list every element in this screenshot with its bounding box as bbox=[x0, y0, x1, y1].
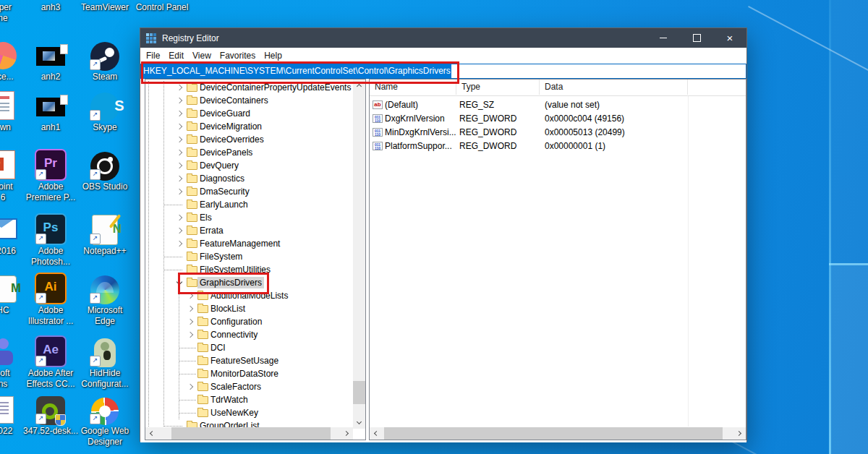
tree-item-devicepanels[interactable]: DevicePanels bbox=[145, 146, 352, 159]
shortcut-arrow-icon: ↗ bbox=[90, 356, 101, 367]
menu-help[interactable]: Help bbox=[260, 48, 286, 64]
scrollbar-thumb[interactable] bbox=[353, 381, 365, 404]
tree-item-filesystem[interactable]: FileSystem bbox=[145, 250, 352, 263]
hidhide-icon: ↗ bbox=[89, 334, 121, 367]
scroll-down-arrow[interactable] bbox=[353, 416, 365, 429]
expand-chevron-icon[interactable] bbox=[187, 384, 193, 390]
menu-view[interactable]: View bbox=[188, 48, 216, 64]
scrollbar-thumb[interactable] bbox=[171, 427, 331, 440]
folder-icon bbox=[187, 188, 197, 196]
tree-item-featuresetusage[interactable]: FeatureSetUsage bbox=[145, 354, 352, 367]
tree-item-errata[interactable]: Errata bbox=[145, 224, 352, 237]
tree-item-featuremanagement[interactable]: FeatureManagement bbox=[145, 237, 352, 250]
tree-item-connectivity[interactable]: Connectivity bbox=[145, 328, 352, 341]
tree-item-additionalmodelists[interactable]: AdditionalModeLists bbox=[145, 289, 352, 302]
expand-chevron-icon[interactable] bbox=[176, 228, 182, 234]
folder-icon bbox=[197, 331, 208, 339]
tree-item-dci[interactable]: DCI bbox=[145, 341, 352, 354]
collapse-chevron-icon[interactable] bbox=[176, 279, 182, 285]
desktop-icon-notepad-plus-plus[interactable]: ↗Notepad++ bbox=[70, 212, 140, 257]
expand-chevron-icon[interactable] bbox=[176, 215, 182, 220]
address-text-selected: HKEY_LOCAL_MACHINE\SYSTEM\CurrentControl… bbox=[141, 64, 451, 78]
registry-value-row-mindxgkrnlversi-[interactable]: MinDxgKrnlVersi...REG_DWORD0x00005013 (2… bbox=[370, 126, 746, 140]
close-button[interactable]: × bbox=[713, 28, 746, 48]
desktop-icon-steam[interactable]: ↗Steam bbox=[70, 38, 140, 82]
tree-item-tdrwatch[interactable]: TdrWatch bbox=[145, 393, 352, 406]
expand-chevron-icon[interactable] bbox=[176, 98, 182, 103]
tree-item-scalefactors[interactable]: ScaleFactors bbox=[145, 380, 352, 393]
expand-chevron-icon[interactable] bbox=[176, 111, 182, 116]
tree-item-usenewkey[interactable]: UseNewKey bbox=[145, 406, 352, 419]
reg-dword-icon bbox=[373, 114, 383, 123]
tree-item-dmasecurity[interactable]: DmaSecurity bbox=[145, 185, 352, 198]
expand-chevron-icon[interactable] bbox=[176, 189, 182, 194]
tree-item-earlylaunch[interactable]: EarlyLaunch bbox=[145, 198, 352, 211]
menu-file[interactable]: File bbox=[142, 48, 164, 64]
column-header-name[interactable]: Name bbox=[370, 80, 456, 95]
steam-icon: ↗ bbox=[89, 38, 121, 71]
tree-item-diagnostics[interactable]: Diagnostics bbox=[145, 172, 352, 185]
tree-item-deviceoverrides[interactable]: DeviceOverrides bbox=[145, 133, 352, 146]
expand-chevron-icon[interactable] bbox=[187, 332, 193, 338]
menu-edit[interactable]: Edit bbox=[164, 48, 188, 64]
address-bar[interactable]: HKEY_LOCAL_MACHINE\SYSTEM\CurrentControl… bbox=[140, 64, 746, 79]
shortcut-arrow-icon: ↗ bbox=[90, 293, 101, 304]
tree-item-label: AdditionalModeLists bbox=[208, 290, 290, 301]
shortcut-arrow-icon: ↗ bbox=[90, 59, 101, 70]
scroll-right-arrow[interactable] bbox=[341, 427, 353, 440]
tree-item-graphicsdrivers[interactable]: GraphicsDrivers bbox=[145, 276, 352, 289]
column-header-data[interactable]: Data bbox=[540, 80, 688, 95]
value-name: (Default) bbox=[385, 98, 418, 112]
scroll-left-arrow[interactable] bbox=[145, 427, 158, 440]
desktop-icon-label: Control Panel bbox=[127, 2, 197, 13]
tree-item-configuration[interactable]: Configuration bbox=[145, 315, 352, 328]
expand-chevron-icon[interactable] bbox=[187, 319, 193, 325]
expand-chevron-icon[interactable] bbox=[176, 85, 182, 90]
expand-chevron-icon[interactable] bbox=[176, 124, 182, 129]
registry-value-row--default-[interactable]: ab(Default)REG_SZ(value not set) bbox=[370, 98, 746, 112]
desktop-icon-control-panel[interactable]: Control Panel bbox=[127, 1, 197, 13]
tree-item-devicecontainers[interactable]: DeviceContainers bbox=[145, 94, 352, 107]
expand-chevron-icon[interactable] bbox=[176, 150, 182, 155]
scrollbar-thumb[interactable] bbox=[384, 427, 723, 440]
scroll-up-arrow[interactable] bbox=[353, 80, 365, 92]
scroll-right-arrow[interactable] bbox=[733, 427, 746, 440]
maximize-button[interactable] bbox=[680, 28, 713, 48]
shortcut-arrow-icon: ↗ bbox=[35, 169, 46, 180]
tree-item-devicecontainerpropertyupdateevents[interactable]: DeviceContainerPropertyUpdateEvents bbox=[145, 81, 352, 94]
tree-item-devicemigration[interactable]: DeviceMigration bbox=[145, 120, 352, 133]
tree-vertical-scrollbar[interactable] bbox=[353, 80, 365, 429]
tree-item-filesystemutilities[interactable]: FileSystemUtilities bbox=[145, 263, 352, 276]
menu-favorites[interactable]: Favorites bbox=[216, 48, 260, 64]
desktop-icon-skype[interactable]: ↗Skype bbox=[70, 88, 140, 133]
tree-item-monitordatastore[interactable]: MonitorDataStore bbox=[145, 367, 352, 380]
expand-chevron-icon[interactable] bbox=[176, 163, 182, 168]
tree-item-deviceguard[interactable]: DeviceGuard bbox=[145, 107, 352, 120]
column-header-type[interactable]: Type bbox=[456, 80, 540, 95]
tree-item-els[interactable]: Els bbox=[145, 211, 352, 224]
desktop-icon-microsoft-edge[interactable]: ↗MicrosoftEdge bbox=[70, 271, 140, 327]
reg-sz-icon: ab bbox=[373, 100, 383, 109]
registry-value-row-platformsuppor-[interactable]: PlatformSuppor...REG_DWORD0x00000001 (1) bbox=[370, 140, 746, 153]
tree-item-label: MonitorDataStore bbox=[208, 368, 281, 380]
desktop-icon-hidhide[interactable]: ↗HidHideConfigurat... bbox=[70, 334, 140, 390]
expand-chevron-icon[interactable] bbox=[187, 293, 193, 299]
title-bar[interactable]: Registry Editor × bbox=[140, 28, 746, 48]
registry-value-row-dxgkrnlversion[interactable]: DxgKrnlVersionREG_DWORD0x0000c004 (49156… bbox=[370, 112, 746, 126]
scroll-left-arrow[interactable] bbox=[370, 427, 382, 440]
folder-icon bbox=[197, 305, 208, 313]
desktop-icon-obs-studio[interactable]: ↗OBS Studio bbox=[70, 147, 140, 192]
values-horizontal-scrollbar[interactable] bbox=[370, 427, 746, 440]
desktop-icon-google-web-designer[interactable]: ↗Google WebDesigner bbox=[70, 392, 140, 447]
tree-horizontal-scrollbar[interactable] bbox=[145, 427, 353, 440]
expand-chevron-icon[interactable] bbox=[187, 306, 193, 312]
folder-icon bbox=[187, 175, 197, 183]
shortcut-arrow-icon: ↗ bbox=[35, 356, 46, 367]
tree-connector bbox=[179, 400, 196, 401]
tree-item-devquery[interactable]: DevQuery bbox=[145, 159, 352, 172]
expand-chevron-icon[interactable] bbox=[176, 137, 182, 142]
tree-item-blocklist[interactable]: BlockList bbox=[145, 302, 352, 315]
expand-chevron-icon[interactable] bbox=[176, 241, 182, 247]
minimize-button[interactable] bbox=[647, 28, 680, 48]
expand-chevron-icon[interactable] bbox=[176, 176, 182, 181]
